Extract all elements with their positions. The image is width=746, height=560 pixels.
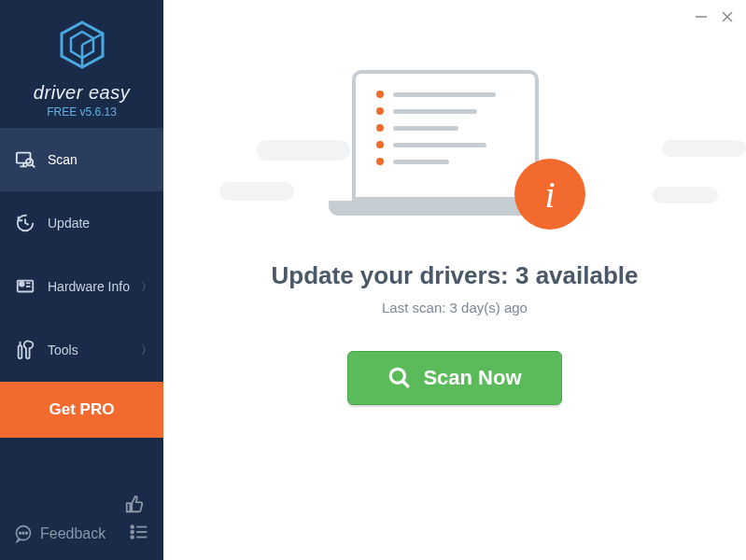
- close-button[interactable]: [718, 7, 737, 26]
- minimize-icon: [695, 10, 708, 23]
- svg-point-23: [131, 531, 134, 534]
- svg-point-25: [131, 536, 134, 539]
- svg-rect-7: [17, 153, 31, 163]
- window-controls: [692, 7, 737, 26]
- sidebar-item-update[interactable]: Update: [0, 191, 163, 255]
- thumbs-up-button[interactable]: [14, 489, 149, 522]
- sidebar-item-label: Hardware Info: [48, 279, 130, 294]
- svg-point-21: [131, 525, 134, 528]
- info-icon: i: [544, 173, 555, 217]
- scan-now-label: Scan Now: [423, 366, 521, 390]
- tools-icon: [14, 339, 36, 361]
- sidebar-item-label: Scan: [48, 152, 77, 167]
- info-badge: i: [514, 159, 585, 230]
- sidebar-item-tools[interactable]: Tools 〉: [0, 318, 163, 382]
- scan-now-button[interactable]: Scan Now: [347, 351, 562, 405]
- close-icon: [721, 10, 734, 23]
- svg-point-14: [20, 282, 24, 287]
- get-pro-label: Get PRO: [49, 400, 115, 418]
- logo-box: driver easy FREE v5.6.13: [0, 0, 163, 128]
- spacer: [0, 438, 163, 480]
- cloud-decoration: [662, 140, 746, 157]
- chevron-right-icon: 〉: [141, 343, 152, 358]
- list-icon: [129, 522, 149, 542]
- illustration: i: [324, 70, 585, 243]
- sidebar-item-hardware-info[interactable]: Hardware Info 〉: [0, 255, 163, 318]
- sidebar-item-label: Update: [48, 216, 90, 231]
- last-scan-text: Last scan: 3 day(s) ago: [163, 300, 746, 315]
- svg-point-18: [20, 532, 21, 534]
- feedback-button[interactable]: Feedback: [14, 525, 106, 543]
- hardware-info-icon: [14, 275, 36, 298]
- cloud-decoration: [219, 182, 294, 201]
- svg-line-28: [403, 381, 410, 387]
- svg-point-20: [26, 532, 28, 534]
- feedback-row: Feedback: [14, 522, 149, 546]
- svg-point-27: [391, 369, 405, 383]
- app-window: driver easy FREE v5.6.13 Scan Update: [0, 0, 746, 560]
- brand-version: FREE v5.6.13: [9, 105, 154, 119]
- thumbs-up-icon: [124, 494, 145, 514]
- cloud-decoration: [653, 187, 718, 203]
- sidebar-bottom: Feedback: [0, 480, 163, 560]
- main-panel: i Update your drivers: 3 available Last …: [163, 0, 746, 560]
- minimize-button[interactable]: [692, 7, 711, 26]
- laptop-screen: [352, 70, 539, 201]
- svg-point-19: [22, 532, 24, 534]
- feedback-label: Feedback: [40, 525, 106, 542]
- chevron-right-icon: 〉: [141, 279, 152, 295]
- headline: Update your drivers: 3 available: [163, 261, 746, 290]
- list-toggle-button[interactable]: [129, 522, 149, 546]
- logo-icon: [56, 19, 108, 71]
- brand-name: driver easy: [9, 82, 154, 104]
- nav: Scan Update Hardware Info 〉 Tools: [0, 128, 163, 382]
- update-icon: [14, 212, 36, 234]
- svg-line-11: [32, 165, 35, 168]
- search-icon: [387, 366, 412, 390]
- get-pro-button[interactable]: Get PRO: [0, 382, 163, 438]
- sidebar-item-scan[interactable]: Scan: [0, 128, 163, 191]
- scan-icon: [14, 148, 36, 171]
- sidebar: driver easy FREE v5.6.13 Scan Update: [0, 0, 163, 560]
- feedback-icon: [14, 525, 33, 543]
- sidebar-item-label: Tools: [48, 343, 78, 357]
